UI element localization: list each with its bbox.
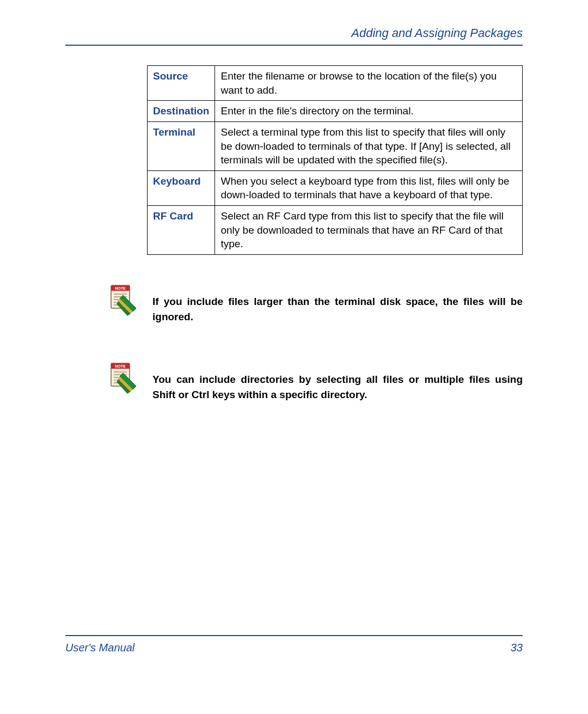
row-label: Keyboard <box>148 170 215 205</box>
row-label: Terminal <box>148 121 215 170</box>
row-desc: When you select a keyboard type from thi… <box>215 170 523 205</box>
note-icon: NOTE <box>109 284 139 317</box>
table-row: Keyboard When you select a keyboard type… <box>148 170 523 205</box>
page-footer: User's Manual 33 <box>65 635 523 654</box>
note-icon: NOTE <box>109 362 139 395</box>
page-header: Adding and Assigning Packages <box>65 26 523 46</box>
footer-page-number: 33 <box>511 642 523 654</box>
svg-text:NOTE: NOTE <box>115 364 126 368</box>
row-desc: Enter the filename or browse to the loca… <box>215 66 523 101</box>
content-area: Source Enter the filename or browse to t… <box>65 65 523 255</box>
note-block: NOTE If you include files larger than th… <box>65 284 523 324</box>
row-desc: Select a terminal type from this list to… <box>215 121 523 170</box>
definitions-table: Source Enter the filename or browse to t… <box>147 65 523 255</box>
svg-text:NOTE: NOTE <box>115 286 126 290</box>
note-text: You can include directories by selecting… <box>152 362 523 402</box>
row-desc: Enter in the file's directory on the ter… <box>215 101 523 122</box>
footer-left: User's Manual <box>65 642 134 654</box>
table-row: Terminal Select a terminal type from thi… <box>148 121 523 170</box>
table-row: Destination Enter in the file's director… <box>148 101 523 122</box>
note-block: NOTE You can include directories by sele… <box>65 362 523 402</box>
table-row: RF Card Select an RF Card type from this… <box>148 206 523 255</box>
row-label: RF Card <box>148 206 215 255</box>
note-text: If you include files larger than the ter… <box>152 284 523 324</box>
table-row: Source Enter the filename or browse to t… <box>148 66 523 101</box>
row-label: Destination <box>148 101 215 122</box>
page: Adding and Assigning Packages Source Ent… <box>0 0 588 714</box>
row-desc: Select an RF Card type from this list to… <box>215 206 523 255</box>
row-label: Source <box>148 66 215 101</box>
header-title: Adding and Assigning Packages <box>351 26 523 40</box>
